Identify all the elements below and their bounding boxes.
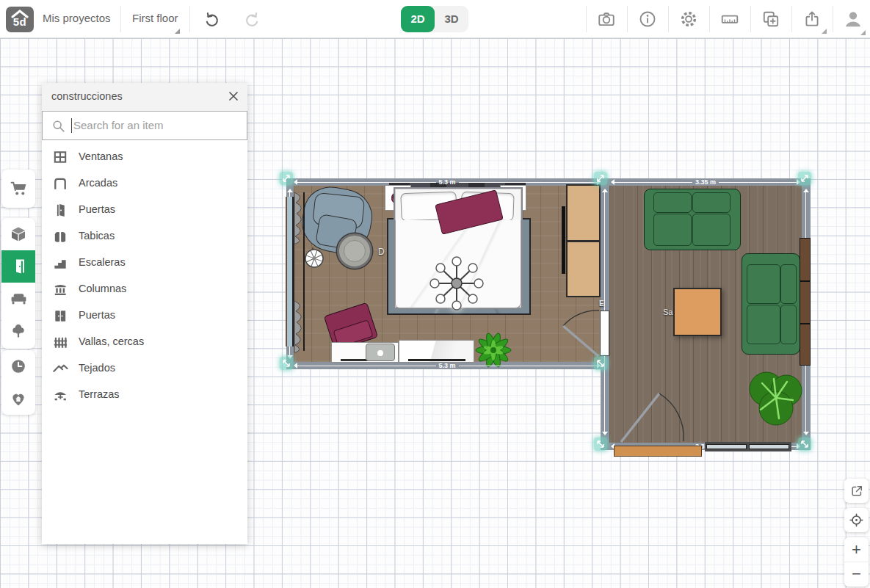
panel-item-puertas-dobles[interactable]: Puertas: [42, 302, 247, 329]
my-projects-button[interactable]: Mis proyectos: [43, 12, 111, 24]
panel-item-ventanas[interactable]: Ventanas: [42, 144, 247, 170]
chevron-down-icon: [822, 29, 827, 34]
dimension-bedroom-top: 5.3 m: [294, 179, 601, 185]
view-3d-button[interactable]: 3D: [435, 6, 468, 32]
selection-handle[interactable]: [594, 172, 607, 185]
dimension-bedroom-bottom: 5.3 m: [294, 363, 601, 369]
panel-item-tejados[interactable]: Tejados: [42, 355, 247, 382]
chevron-down-icon: [175, 29, 180, 34]
round-pouf[interactable]: [337, 233, 372, 269]
panel-item-arcadas[interactable]: Arcadas: [42, 170, 247, 197]
search-icon: [51, 119, 66, 134]
sidebar-item-rooms[interactable]: [1, 218, 35, 250]
settings-button[interactable]: [679, 10, 698, 32]
selection-handle[interactable]: [280, 357, 293, 370]
app-logo[interactable]: 5d: [6, 7, 34, 32]
bedroom-door-leaf[interactable]: [600, 311, 609, 356]
outdoor-tree-icon: [10, 322, 27, 340]
dimension-living-top: 3.35 m: [611, 179, 800, 185]
panel-item-columnas[interactable]: Columnas: [42, 276, 247, 302]
sidebar-item-shop[interactable]: [1, 170, 35, 208]
sidebar-item-furniture[interactable]: [1, 283, 35, 315]
wardrobe-rail: [562, 206, 565, 274]
partition-icon: [52, 228, 68, 244]
close-button[interactable]: [228, 91, 240, 103]
coffee-table[interactable]: [673, 288, 722, 336]
screenshot-button[interactable]: [597, 10, 616, 32]
selection-handle[interactable]: [594, 438, 607, 451]
chevron-down-icon: [860, 30, 866, 35]
door-label: E: [599, 300, 604, 308]
sidebar-item-constructions[interactable]: [1, 250, 35, 283]
sofa-right[interactable]: [742, 253, 800, 355]
constructions-panel: construcciones Search for an item Ventan…: [42, 83, 247, 544]
chandelier[interactable]: [429, 255, 485, 314]
sidebar-card-misc: [1, 350, 35, 415]
zoom-controls: + −: [844, 537, 869, 587]
laptop[interactable]: [366, 344, 395, 361]
redo-button[interactable]: [242, 10, 261, 32]
living-door-swing[interactable]: [617, 389, 687, 448]
door-icon: [52, 202, 68, 218]
furniture-bed-icon: [10, 290, 28, 308]
plant-living[interactable]: [744, 367, 806, 432]
selection-handle[interactable]: [280, 172, 293, 185]
bookshelf[interactable]: [800, 238, 811, 366]
terrace-icon: [52, 387, 68, 403]
history-clock-icon: [10, 357, 27, 375]
floor-selector[interactable]: First floor: [132, 12, 178, 24]
close-icon: [228, 91, 239, 101]
favorites-heart-house-icon: [10, 390, 27, 407]
zoom-in-button[interactable]: +: [844, 538, 869, 562]
add-floor-button[interactable]: [761, 10, 780, 32]
panel-item-tabicas[interactable]: Tabicas: [42, 223, 247, 250]
double-door-icon: [52, 308, 68, 324]
shop-cart-icon: [10, 180, 28, 198]
panel-title: construcciones: [51, 90, 123, 102]
panel-header: construcciones: [42, 83, 247, 111]
curtain-top[interactable]: [293, 191, 306, 248]
sideboard[interactable]: [399, 340, 474, 363]
undo-button[interactable]: [203, 10, 222, 32]
panel-item-vallas[interactable]: Vallas, cercas: [42, 329, 247, 355]
bedroom-door-swing[interactable]: [561, 308, 602, 363]
view-2d-button[interactable]: 2D: [401, 6, 435, 32]
sidebar-card-build: [1, 218, 35, 349]
constructions-door-icon: [10, 258, 27, 275]
wardrobe[interactable]: [566, 184, 601, 297]
text-caret: [71, 118, 72, 133]
locate-button[interactable]: [844, 508, 869, 532]
panel-item-terrazas[interactable]: Terrazas: [42, 382, 247, 408]
selection-handle[interactable]: [594, 357, 607, 370]
panel-item-puertas[interactable]: Puertas: [42, 197, 247, 223]
sidebar-item-outdoor[interactable]: [1, 315, 35, 347]
sofa-top[interactable]: [644, 189, 741, 250]
desk[interactable]: [331, 342, 399, 363]
top-toolbar: 5d Mis proyectos First floor 2D 3D: [0, 0, 870, 38]
selection-handle[interactable]: [798, 438, 811, 451]
arch-icon: [52, 175, 68, 192]
selection-handle[interactable]: [798, 172, 811, 185]
search-input[interactable]: Search for an item: [42, 111, 247, 140]
crosshair-icon: [849, 512, 864, 528]
search-placeholder: Search for an item: [73, 119, 164, 131]
open-external-button[interactable]: [844, 479, 869, 503]
sidebar-item-history[interactable]: [1, 350, 35, 382]
account-button[interactable]: [843, 9, 863, 32]
curtain-bottom[interactable]: [293, 300, 306, 357]
table-fan[interactable]: [302, 245, 326, 272]
zoom-out-button[interactable]: −: [844, 562, 869, 587]
info-button[interactable]: [638, 10, 657, 32]
measure-button[interactable]: [720, 10, 739, 32]
bedroom-label: D: [378, 247, 385, 257]
stairs-icon: [52, 255, 68, 271]
share-button[interactable]: [802, 10, 822, 32]
panel-item-escaleras[interactable]: Escaleras: [42, 250, 247, 276]
window-bottom[interactable]: [705, 442, 791, 451]
bench-outside[interactable]: [614, 446, 702, 457]
fence-icon: [52, 334, 68, 350]
sidebar-item-favorites[interactable]: [1, 382, 35, 415]
window-icon: [52, 149, 68, 165]
roof-icon: [52, 360, 68, 377]
sidebar-card-shop: [1, 170, 35, 208]
